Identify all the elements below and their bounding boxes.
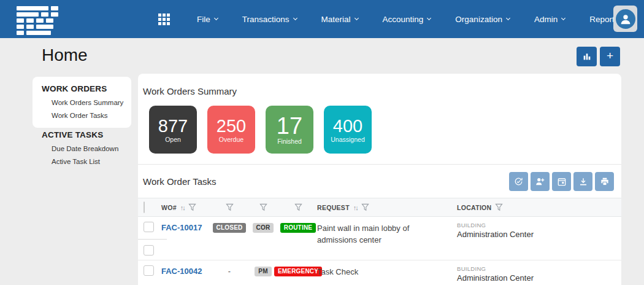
row-checkbox[interactable] xyxy=(144,222,154,232)
bar-chart-icon xyxy=(582,52,592,61)
stat-value: 877 xyxy=(158,117,188,135)
subtask-checkbox[interactable] xyxy=(144,245,154,256)
menu-accounting[interactable]: Accounting xyxy=(370,0,443,38)
printer-icon xyxy=(600,177,610,187)
main-menu: File Transactions Material Accounting Or… xyxy=(158,0,644,38)
stat-value: 250 xyxy=(217,117,246,135)
chevron-down-icon xyxy=(506,15,510,20)
stat-card-finished[interactable]: 17 Finished xyxy=(266,106,313,154)
priority-badge: ROUTINE xyxy=(280,223,316,233)
main-panel: Work Orders Summary 877 Open 250 Overdue… xyxy=(138,74,621,285)
status-badge: CLOSED xyxy=(213,223,247,233)
download-icon xyxy=(578,177,588,187)
tasks-toolbar xyxy=(509,172,614,191)
filter-icon-priority[interactable] xyxy=(294,203,302,211)
assign-user-button[interactable] xyxy=(531,172,550,191)
sidebar-item-work-orders-summary[interactable]: Work Orders Summary xyxy=(33,99,131,106)
filter-icon[interactable] xyxy=(361,203,369,211)
location-type-label: BUILDING xyxy=(457,222,621,228)
chevron-down-icon xyxy=(427,15,431,20)
download-button[interactable] xyxy=(573,172,592,191)
location-type-label: BUILDING xyxy=(457,265,621,272)
location-name: Administration Center xyxy=(457,273,621,283)
chevron-down-icon xyxy=(214,15,218,20)
stat-label: Open xyxy=(165,136,181,143)
sidebar-title-active-tasks: ACTIVE TASKS xyxy=(33,130,131,139)
table-row: FAC-10017 CLOSED COR ROUTINE Paint wall … xyxy=(138,217,621,260)
sync-button[interactable] xyxy=(509,172,528,191)
favorites-menu[interactable]: ★ xyxy=(638,0,644,38)
filter-icon-status[interactable] xyxy=(226,203,234,211)
calendar-button[interactable] xyxy=(552,172,571,191)
request-text: Task Check xyxy=(317,265,457,278)
stat-label: Overdue xyxy=(219,136,243,143)
stat-card-unassigned[interactable]: 400 Unassigned xyxy=(324,106,372,154)
top-navbar: File Transactions Material Accounting Or… xyxy=(0,0,644,38)
section-divider xyxy=(138,164,621,165)
row-checkbox[interactable] xyxy=(144,265,154,276)
sidebar-item-work-order-tasks[interactable]: Work Order Tasks xyxy=(33,112,131,119)
add-button[interactable]: + xyxy=(600,47,620,66)
plus-icon: + xyxy=(607,49,613,63)
stat-label: Finished xyxy=(277,138,302,145)
summary-cards: 877 Open 250 Overdue 17 Finished 400 Una… xyxy=(149,106,621,154)
user-avatar[interactable] xyxy=(613,6,637,32)
type-badge: PM xyxy=(255,267,271,276)
menu-admin[interactable]: Admin xyxy=(522,0,577,38)
sidebar-section-work-orders: WORK ORDERS Work Orders Summary Work Ord… xyxy=(33,77,131,128)
user-plus-icon xyxy=(535,176,545,187)
sidebar-title-work-orders: WORK ORDERS xyxy=(33,84,131,93)
chart-button[interactable] xyxy=(577,47,597,66)
column-wo: WO# xyxy=(161,204,177,211)
wo-number-link[interactable]: FAC-10042 xyxy=(161,265,212,276)
select-all-checkbox[interactable] xyxy=(144,201,145,213)
menu-transactions[interactable]: Transactions xyxy=(230,0,309,38)
sidebar-item-active-task-list[interactable]: Active Task List xyxy=(33,158,131,165)
filter-icon-type[interactable] xyxy=(259,203,267,211)
location-name: Administration Center xyxy=(457,230,621,239)
subrow-divider xyxy=(138,239,167,240)
avatar-person-icon xyxy=(616,9,635,29)
calendar-icon xyxy=(557,177,567,187)
wo-number-link[interactable]: FAC-10017 xyxy=(161,222,212,232)
chevron-down-icon xyxy=(355,15,359,20)
request-text: Paint wall in main lobby of admissions c… xyxy=(317,222,457,246)
filter-icon[interactable] xyxy=(495,203,503,211)
stat-card-overdue[interactable]: 250 Overdue xyxy=(207,106,255,154)
status-empty: - xyxy=(212,265,247,276)
sort-icon[interactable]: ↑↓ xyxy=(353,204,358,211)
stat-label: Unassigned xyxy=(331,136,364,143)
stat-card-open[interactable]: 877 Open xyxy=(149,106,197,154)
summary-section-title: Work Orders Summary xyxy=(143,86,621,96)
sync-check-icon xyxy=(513,176,524,187)
page-title: Home xyxy=(42,45,88,65)
tasks-section-title: Work Order Tasks xyxy=(143,176,216,187)
type-badge: COR xyxy=(253,223,274,233)
menu-organization[interactable]: Organization xyxy=(443,0,522,38)
table-row: FAC-10042 - PM EMERGENCY Task Check BUIL… xyxy=(138,260,621,285)
apps-grid-icon[interactable] xyxy=(158,14,170,25)
sidebar-item-due-date-breakdown[interactable]: Due Date Breakdown xyxy=(33,145,131,152)
priority-badge: EMERGENCY xyxy=(274,267,322,276)
column-request: REQUEST xyxy=(317,204,350,211)
print-button[interactable] xyxy=(595,172,614,191)
menu-material[interactable]: Material xyxy=(309,0,370,38)
chevron-down-icon xyxy=(293,15,297,20)
sidebar-section-active-tasks: ACTIVE TASKS Due Date Breakdown Active T… xyxy=(33,130,131,165)
column-location: LOCATION xyxy=(457,204,491,211)
filter-icon[interactable] xyxy=(188,203,196,211)
app-logo-icon[interactable] xyxy=(17,6,58,35)
chevron-down-icon xyxy=(561,15,565,20)
table-header: WO# ↑↓ REQUEST ↑↓ LOCATION xyxy=(138,198,621,217)
stat-value: 400 xyxy=(333,117,362,135)
stat-value: 17 xyxy=(277,115,302,137)
menu-file[interactable]: File xyxy=(185,0,230,38)
sort-icon[interactable]: ↑↓ xyxy=(180,204,185,211)
